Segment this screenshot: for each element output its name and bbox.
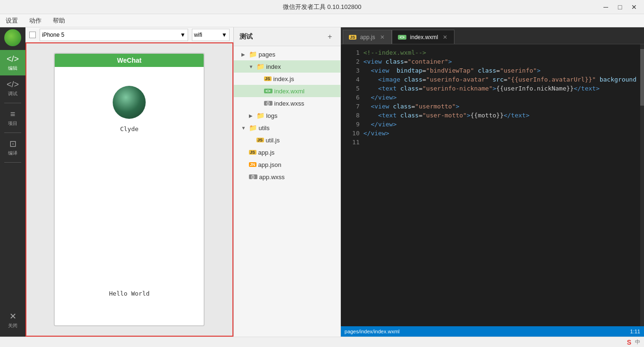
tree-item-util-js[interactable]: ▶ JS util.js <box>234 134 340 146</box>
sidebar-edit-label: 编辑 <box>8 65 17 72</box>
logs-folder-icon: 📁 <box>256 112 264 119</box>
code-line-5: <text class="userinfo-nickname">{{userIn… <box>363 84 636 93</box>
tree-item-utils-folder[interactable]: ▼ 📁 utils <box>234 122 340 134</box>
code-line-6: </view> <box>363 93 636 102</box>
user-name: Clyde <box>120 125 139 132</box>
tab-index-wxml[interactable]: <> index.wxml ✕ <box>392 30 454 44</box>
status-cursor: 1:11 <box>630 329 640 334</box>
user-avatar <box>113 86 146 119</box>
sidebar-item-close[interactable]: ✕ 关闭 <box>0 307 25 333</box>
filetree-title: 测试 <box>239 33 253 41</box>
tree-item-app-js[interactable]: ▶ JS app.js <box>234 146 340 158</box>
code-line-11 <box>363 138 636 147</box>
index-arrow: ▼ <box>249 64 255 69</box>
minimize-button[interactable]: ─ <box>600 2 612 12</box>
tree-item-index-wxml[interactable]: ▶ <> index.wxml <box>234 85 340 97</box>
line-numbers: 1 2 3 4 5 6 7 8 9 10 11 <box>341 44 362 326</box>
sidebar-item-edit[interactable]: </> 编辑 <box>0 50 25 75</box>
code-editor[interactable]: <!--index.wxml--> <view class="container… <box>362 44 640 326</box>
app-js-tab-close[interactable]: ✕ <box>379 34 386 41</box>
utils-label: utils <box>259 124 270 132</box>
tree-item-index-js[interactable]: ▶ JS index.js <box>234 73 340 85</box>
index-wxml-tab-close[interactable]: ✕ <box>442 34 448 41</box>
sidebar-item-project[interactable]: ≡ 项目 <box>0 105 25 131</box>
device-select[interactable]: iPhone 5 ▼ <box>40 29 188 41</box>
index-wxml-tab-badge: <> <box>398 35 406 40</box>
bottom-status-right: S 中 <box>627 339 640 346</box>
main-layout: </> 编辑 </> 调试 ≡ 项目 ⊡ 编译 ✕ 关闭 iPhone 5 ▼ <box>0 27 644 337</box>
app-js-badge: JS <box>249 150 256 155</box>
util-js-label: util.js <box>266 137 280 144</box>
util-js-badge: JS <box>256 138 264 142</box>
tree-item-index-folder[interactable]: ▼ 📁 index <box>234 60 340 73</box>
utils-folder-icon: 📁 <box>249 124 257 132</box>
menu-help[interactable]: 帮助 <box>51 16 67 26</box>
app-wxss-badge: {} <box>249 174 257 179</box>
code-line-10: </view> <box>363 129 636 138</box>
phone-frame: WeChat Clyde Hello World <box>54 53 205 326</box>
wxss-badge: {} <box>264 101 272 106</box>
app-js-tab-badge: JS <box>349 35 356 40</box>
close-sidebar-icon: ✕ <box>9 311 17 322</box>
tab-app-js[interactable]: JS app.js ✕ <box>343 30 392 44</box>
window-controls: ─ □ ✕ <box>600 2 640 12</box>
sidebar-project-label: 项目 <box>8 120 17 127</box>
device-name: iPhone 5 <box>42 32 64 38</box>
pages-label: pages <box>259 51 275 58</box>
sidebar: </> 编辑 </> 调试 ≡ 项目 ⊡ 编译 ✕ 关闭 <box>0 27 25 337</box>
wifi-dropdown-icon: ▼ <box>222 32 227 38</box>
filetree-toolbar: 测试 + <box>234 27 340 46</box>
js-badge: JS <box>264 76 272 81</box>
code-line-3: <view bindtap="bindViewTap" class="useri… <box>363 66 636 75</box>
tree-item-app-wxss[interactable]: ▶ {} app.wxss <box>234 171 340 183</box>
wifi-select[interactable]: wifi ▼ <box>192 29 230 41</box>
titlebar: 微信开发者工具 0.10.102800 ─ □ ✕ <box>0 0 644 14</box>
code-line-2: <view class="container"> <box>363 57 636 66</box>
index-js-label: index.js <box>273 75 294 83</box>
sidebar-divider-1 <box>4 103 21 103</box>
pages-folder-icon: 📁 <box>249 50 257 58</box>
filetree-panel: 测试 + ▶ 📁 pages ▼ 📁 index ▶ JS index.js <box>234 27 341 337</box>
wifi-label: wifi <box>194 32 202 38</box>
index-folder-icon: 📁 <box>256 63 264 70</box>
logs-label: logs <box>266 112 278 119</box>
sidebar-item-translate[interactable]: ⊡ 编译 <box>0 135 25 160</box>
pages-arrow: ▶ <box>241 52 247 57</box>
tree-item-index-wxss[interactable]: ▶ {} index.wxss <box>234 97 340 109</box>
bottom-statusbar: S 中 <box>0 337 644 347</box>
tree-item-pages[interactable]: ▶ 📁 pages <box>234 48 340 60</box>
device-checkbox[interactable] <box>29 32 36 38</box>
maximize-button[interactable]: □ <box>614 2 626 12</box>
filetree-add-button[interactable]: + <box>325 32 335 41</box>
menubar: 设置 动作 帮助 <box>0 14 644 27</box>
editor-scrollbar[interactable] <box>640 44 644 326</box>
code-line-8: <text class="user-motto">{{motto}}</text… <box>363 111 636 120</box>
phone-content: Clyde Hello World <box>55 67 204 325</box>
code-line-7: <view class="usermotto"> <box>363 102 636 111</box>
menu-settings[interactable]: 设置 <box>4 16 20 26</box>
titlebar-title: 微信开发者工具 0.10.102800 <box>283 3 362 11</box>
filetree-content: ▶ 📁 pages ▼ 📁 index ▶ JS index.js ▶ <> i… <box>234 46 340 337</box>
hello-world-text: Hello World <box>109 290 149 297</box>
code-line-9: </view> <box>363 120 636 129</box>
sidebar-item-debug[interactable]: </> 调试 <box>0 75 25 101</box>
app-wxss-label: app.wxss <box>259 174 285 181</box>
tree-item-logs[interactable]: ▶ 📁 logs <box>234 109 340 122</box>
index-wxss-label: index.wxss <box>274 100 305 107</box>
scrollbar-thumb <box>640 49 644 106</box>
wxml-badge: <> <box>264 89 272 93</box>
code-line-1: <!--index.wxml--> <box>363 48 636 57</box>
logs-arrow: ▶ <box>249 113 255 118</box>
simulator-content: WeChat Clyde Hello World <box>26 43 232 336</box>
close-button[interactable]: ✕ <box>628 2 640 12</box>
device-dropdown-icon: ▼ <box>180 32 186 38</box>
sidebar-divider-3 <box>4 162 21 163</box>
sidebar-translate-label: 编译 <box>8 150 17 157</box>
tree-item-app-json[interactable]: ▶ JN app.json <box>234 158 340 171</box>
index-wxml-tab-label: index.wxml <box>410 34 438 41</box>
phone-statusbar: WeChat <box>55 54 204 67</box>
phone-app-title: WeChat <box>117 57 141 64</box>
simulator-frame-border: WeChat Clyde Hello World <box>25 42 233 337</box>
menu-actions[interactable]: 动作 <box>27 16 43 26</box>
index-wxml-label: index.wxml <box>274 88 305 95</box>
